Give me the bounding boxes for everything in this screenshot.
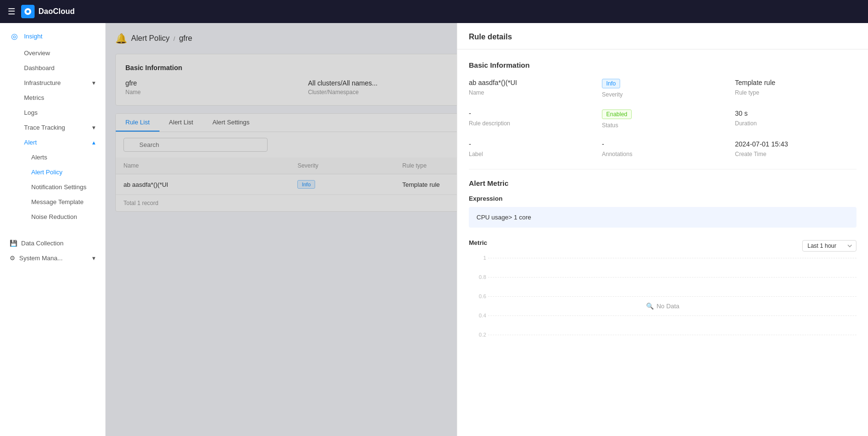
- menu-icon[interactable]: ☰: [8, 6, 15, 17]
- svg-rect-0: [21, 5, 35, 18]
- detail-name: ab aasdfa*()(*UI Name: [469, 79, 590, 98]
- detail-duration-label: Duration: [735, 120, 856, 127]
- info-name-label: Name: [125, 89, 300, 96]
- sidebar-item-insight[interactable]: ◎ Insight: [0, 27, 105, 46]
- chart-lines: 1 0.8 0.6 0.4 0.2: [469, 258, 856, 354]
- detail-annotations-label: Annotations: [602, 151, 723, 157]
- sidebar-item-noise-reduction[interactable]: Noise Reduction: [0, 209, 105, 224]
- detail-annotations: - Annotations: [602, 140, 723, 157]
- metric-title: Metric: [469, 239, 487, 246]
- detail-create-time: 2024-07-01 15:43 Create Time: [735, 140, 856, 157]
- info-name-value: gfre: [125, 79, 300, 87]
- detail-status-label: Status: [602, 122, 723, 129]
- detail-name-label: Name: [469, 89, 590, 96]
- tab-rule-list[interactable]: Rule List: [116, 114, 159, 132]
- detail-label-label: Label: [469, 151, 590, 157]
- detail-status-value: Enabled: [602, 109, 723, 119]
- breadcrumb-current: gfre: [179, 34, 193, 43]
- detail-create-time-label: Create Time: [735, 151, 856, 157]
- sidebar-item-dashboard[interactable]: Dashboard: [0, 61, 105, 75]
- cell-name: ab aasdfa*()(*UI: [116, 174, 290, 195]
- detail-annotations-value: -: [602, 140, 723, 148]
- breadcrumb-separator: /: [173, 35, 175, 42]
- insight-icon: ◎: [10, 32, 19, 41]
- logo-text: DaoCloud: [38, 7, 75, 16]
- chevron-down-icon: ▾: [92, 79, 96, 86]
- detail-severity: Info Severity: [602, 79, 723, 98]
- chart-label-02: 0.2: [469, 332, 486, 338]
- chart-wrap: 1 0.8 0.6 0.4 0.2: [469, 258, 856, 354]
- detail-name-value: ab aasdfa*()(*UI: [469, 79, 590, 86]
- alert-metric-title: Alert Metric: [469, 179, 856, 187]
- detail-grid-row2: - Rule description Enabled Status 30 s D…: [469, 109, 856, 129]
- topbar: ☰ DaoCloud: [0, 0, 868, 23]
- alert-breadcrumb-icon: 🔔: [115, 33, 127, 44]
- detail-severity-value: Info: [602, 79, 723, 88]
- divider1: [469, 169, 856, 170]
- chevron-right-icon: ▾: [92, 124, 96, 131]
- sidebar: ◎ Insight Overview Dashboard Infrastruct…: [0, 0, 106, 436]
- severity-badge: Info: [297, 180, 315, 189]
- sidebar-item-alert[interactable]: Alert ▴: [0, 135, 105, 150]
- panel-basic-info-title: Basic Information: [469, 61, 856, 69]
- tab-alert-settings[interactable]: Alert Settings: [203, 114, 259, 132]
- detail-rule-type: Template rule Rule type: [735, 79, 856, 98]
- chevron-up-icon: ▴: [92, 139, 96, 146]
- panel-title: Rule details: [469, 33, 856, 41]
- detail-rule-desc-value: -: [469, 109, 590, 117]
- expression-box: CPU usage> 1 core: [469, 207, 856, 228]
- sidebar-item-notification-settings[interactable]: Notification Settings: [0, 180, 105, 194]
- logo: DaoCloud: [21, 5, 75, 18]
- detail-create-time-value: 2024-07-01 15:43: [735, 140, 856, 148]
- sidebar-item-system[interactable]: ⚙ System Mana... ▾: [0, 251, 105, 266]
- tab-alert-list[interactable]: Alert List: [159, 114, 203, 132]
- logo-icon: [21, 5, 35, 18]
- detail-label-value: -: [469, 140, 590, 148]
- info-field-name: gfre Name: [125, 79, 300, 96]
- col-name: Name: [116, 157, 290, 174]
- detail-rule-desc: - Rule description: [469, 109, 590, 129]
- detail-duration-value: 30 s: [735, 109, 856, 117]
- sidebar-item-trace-tracking[interactable]: Trace Tracking ▾: [0, 120, 105, 135]
- time-select[interactable]: Last 1 hour Last 3 hours Last 24 hours: [802, 240, 856, 252]
- chart-label-04: 0.4: [469, 313, 486, 318]
- detail-rule-type-value: Template rule: [735, 79, 856, 86]
- status-enabled-badge: Enabled: [602, 109, 632, 119]
- sidebar-sub-insight: Overview Dashboard Infrastructure ▾ Metr…: [0, 46, 105, 224]
- detail-grid-row1: ab aasdfa*()(*UI Name Info Severity Temp…: [469, 79, 856, 98]
- severity-info-badge: Info: [602, 79, 620, 88]
- chart-label-08: 0.8: [469, 274, 486, 280]
- system-icon: ⚙: [10, 254, 15, 262]
- detail-duration: 30 s Duration: [735, 109, 856, 129]
- sidebar-item-data-collection[interactable]: 💾 Data Collection: [0, 236, 105, 251]
- right-panel: Rule details Basic Information ab aasdfa…: [457, 0, 868, 436]
- detail-rule-desc-label: Rule description: [469, 120, 590, 127]
- sidebar-item-message-template[interactable]: Message Template: [0, 194, 105, 209]
- chevron-down-icon2: ▾: [92, 254, 96, 262]
- sidebar-item-alert-policy[interactable]: Alert Policy: [0, 165, 105, 180]
- sidebar-item-logs[interactable]: Logs: [0, 105, 105, 120]
- detail-grid-row3: - Label - Annotations 2024-07-01 15:43 C…: [469, 140, 856, 157]
- metric-header: Metric Last 1 hour Last 3 hours Last 24 …: [469, 239, 856, 252]
- detail-rule-type-label: Rule type: [735, 89, 856, 96]
- chart-label-1: 1: [469, 255, 486, 261]
- sidebar-item-alerts[interactable]: Alerts: [0, 150, 105, 165]
- breadcrumb-parent[interactable]: Alert Policy: [131, 34, 170, 43]
- search-input[interactable]: [123, 138, 268, 152]
- no-data-overlay: 🔍 No Data: [646, 303, 680, 310]
- detail-label: - Label: [469, 140, 590, 157]
- sidebar-item-overview[interactable]: Overview: [0, 46, 105, 61]
- data-collection-icon: 💾: [10, 240, 17, 247]
- sidebar-item-infrastructure[interactable]: Infrastructure ▾: [0, 75, 105, 90]
- detail-status: Enabled Status: [602, 109, 723, 129]
- chart-label-06: 0.6: [469, 293, 486, 299]
- detail-severity-label: Severity: [602, 91, 723, 98]
- search-no-data-icon: 🔍: [646, 303, 654, 310]
- panel-header: Rule details: [457, 23, 868, 49]
- no-data-text: No Data: [657, 303, 680, 310]
- search-wrap: 🔍: [123, 138, 268, 152]
- expression-title: Expression: [469, 195, 856, 202]
- sidebar-item-metrics[interactable]: Metrics: [0, 90, 105, 105]
- sidebar-section-main: ◎ Insight Overview Dashboard Infrastruct…: [0, 23, 105, 228]
- sidebar-item-label: Insight: [24, 33, 42, 40]
